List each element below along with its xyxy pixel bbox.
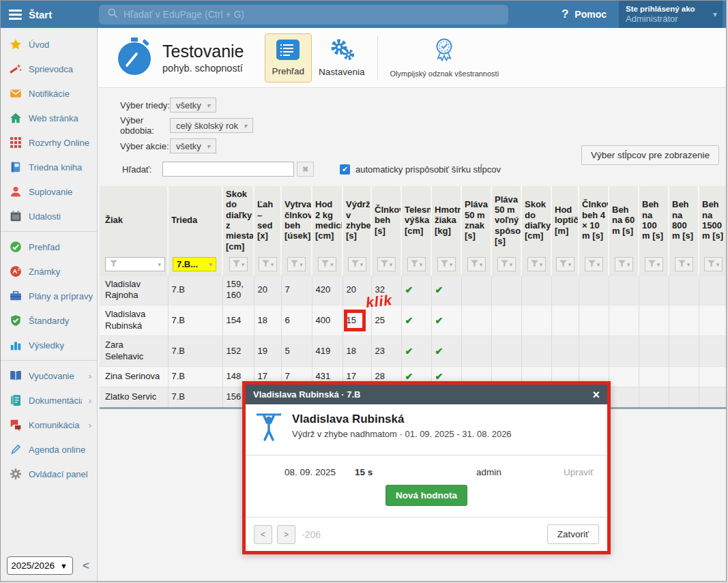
filter-select-0[interactable]: všetky▾ xyxy=(170,98,216,113)
value-cell[interactable] xyxy=(639,275,669,305)
school-year-select[interactable]: 2025/2026 ▼ xyxy=(7,556,73,575)
class-cell[interactable]: 7.B xyxy=(168,336,222,367)
column-filter-button[interactable]: ▾ xyxy=(377,257,396,271)
help-button[interactable]: ? Pomoc xyxy=(562,8,607,21)
sidebar-item-standardy[interactable]: Štandardy xyxy=(1,308,97,333)
value-cell[interactable]: 18 xyxy=(343,336,371,367)
edit-link[interactable]: Upraviť xyxy=(564,467,594,477)
sidebar-item-znamky[interactable]: A2Známky xyxy=(1,259,97,284)
column-filter-button[interactable]: ▾ xyxy=(287,257,306,271)
value-cell[interactable] xyxy=(551,275,579,305)
value-cell[interactable]: ✔ xyxy=(401,275,431,305)
value-cell[interactable] xyxy=(699,366,727,387)
value-cell[interactable]: 152 xyxy=(222,336,254,367)
student-name-cell[interactable]: Vladislava Rubinská xyxy=(100,305,168,336)
sidebar-item-ovladaci-panel[interactable]: Ovládací panel xyxy=(1,462,97,486)
sidebar-item-agenda-online[interactable]: Agenda online xyxy=(1,437,97,462)
sidebar-item-suplovanie[interactable]: Suplovanie xyxy=(1,179,97,204)
column-filter-button[interactable]: ▾ xyxy=(229,257,248,271)
column-filter-button[interactable]: ▾ xyxy=(645,257,663,271)
value-cell[interactable]: 159, 160 xyxy=(222,275,254,305)
sidebar-item-dokumentacia[interactable]: Dokumentácia› xyxy=(1,388,97,413)
value-cell[interactable] xyxy=(699,336,727,367)
value-cell[interactable]: 154 xyxy=(222,305,254,336)
column-filter-button[interactable]: ▾ xyxy=(318,257,336,271)
sidebar-item-rozvrhy-online[interactable]: Rozvrhy Online xyxy=(1,130,97,155)
value-cell[interactable] xyxy=(669,387,699,408)
value-cell[interactable] xyxy=(579,275,609,305)
checkbox-checked-icon[interactable]: ✔ xyxy=(340,164,350,175)
class-cell[interactable]: 7.B xyxy=(168,387,222,408)
value-cell[interactable] xyxy=(669,336,699,367)
value-cell[interactable] xyxy=(699,275,727,305)
class-cell[interactable]: 7.B xyxy=(168,305,222,336)
value-cell[interactable] xyxy=(609,305,639,336)
close-modal-button[interactable]: Zatvoriť xyxy=(547,524,599,544)
value-cell[interactable] xyxy=(521,305,551,336)
column-filter-button[interactable]: ▾ xyxy=(348,257,366,271)
value-cell[interactable]: 420 xyxy=(312,275,343,305)
column-filter-button[interactable]: ▾ xyxy=(615,257,633,271)
sidebar-collapse-button[interactable]: < xyxy=(83,559,89,573)
column-filter-button[interactable]: ▾ xyxy=(704,257,723,271)
value-cell[interactable] xyxy=(639,387,669,408)
column-filter-button[interactable]: ▾ xyxy=(407,257,426,271)
value-cell[interactable]: ✔ xyxy=(431,275,461,305)
column-filter-button[interactable]: ▾ xyxy=(437,257,456,271)
value-cell[interactable] xyxy=(551,305,579,336)
value-cell[interactable] xyxy=(461,275,491,305)
value-cell[interactable] xyxy=(579,336,609,367)
student-name-cell[interactable]: Zina Serinova xyxy=(100,366,168,387)
global-search-input[interactable]: Hľadať v EduPage (Ctrl + G) xyxy=(99,5,508,25)
value-cell[interactable] xyxy=(669,275,699,305)
value-cell[interactable]: 15klik xyxy=(343,305,371,336)
sidebar-item-udalosti[interactable]: Udalosti xyxy=(1,204,97,228)
value-cell[interactable]: 18 xyxy=(254,305,281,336)
column-filter-button[interactable]: ▾ xyxy=(585,257,603,271)
sidebar-item-sprievodca[interactable]: Sprievodca xyxy=(1,57,97,81)
value-cell[interactable]: 23 xyxy=(371,336,401,367)
value-cell[interactable] xyxy=(491,336,521,367)
value-cell[interactable] xyxy=(669,305,699,336)
column-picker-button[interactable]: Výber stĺpcov pre zobrazenie xyxy=(581,145,719,165)
sidebar-item-web-stranka[interactable]: Web stránka xyxy=(1,106,97,130)
value-cell[interactable] xyxy=(521,275,551,305)
value-cell[interactable]: 5 xyxy=(281,336,312,367)
column-filter-button[interactable]: ▾ xyxy=(259,257,277,271)
value-cell[interactable] xyxy=(639,366,669,387)
value-cell[interactable]: 6 xyxy=(281,305,312,336)
value-cell[interactable] xyxy=(491,305,521,336)
value-cell[interactable] xyxy=(639,336,669,367)
student-name-cell[interactable]: Zara Selehavic xyxy=(100,336,168,367)
class-cell[interactable]: 7.B xyxy=(168,275,222,305)
value-cell[interactable]: 419 xyxy=(312,336,343,367)
hamburger-icon[interactable] xyxy=(9,10,22,20)
sidebar-item-vyucovanie[interactable]: Vyučovanie› xyxy=(1,363,97,388)
value-cell[interactable] xyxy=(491,275,521,305)
value-cell[interactable] xyxy=(551,336,579,367)
next-button[interactable]: > xyxy=(277,525,295,544)
sidebar-item-uvod[interactable]: Úvod xyxy=(1,32,97,57)
sidebar-item-plany-a-pripravy[interactable]: Plány a prípravy xyxy=(1,284,97,308)
column-filter-button[interactable]: ▾ xyxy=(467,257,486,271)
tab-prehlad[interactable]: Prehľad xyxy=(265,33,312,83)
value-cell[interactable]: 20 xyxy=(254,275,281,305)
autofit-checkbox[interactable]: ✔ automaticky prispôsobiť šírku stĺpcov xyxy=(340,164,501,175)
filter-select-1[interactable]: celý školský rok▾ xyxy=(170,118,253,133)
filter-select-2[interactable]: všetky▾ xyxy=(170,138,216,153)
tab-olympijsky-odznak[interactable]: Olympijský odznak všestrannosti xyxy=(383,33,506,83)
table-search-input[interactable] xyxy=(162,162,294,177)
value-cell[interactable] xyxy=(609,366,639,387)
value-cell[interactable]: 19 xyxy=(254,336,281,367)
value-cell[interactable]: ✔ xyxy=(401,305,431,336)
value-cell[interactable] xyxy=(639,305,669,336)
new-value-button[interactable]: Nová hodnota xyxy=(385,485,467,506)
sidebar-item-prehlad[interactable]: Prehľad xyxy=(1,235,97,259)
clear-search-icon[interactable]: ✖ xyxy=(297,162,314,177)
sidebar-item-komunikacia[interactable]: Komunikácia› xyxy=(1,413,97,437)
value-cell[interactable] xyxy=(609,387,639,408)
column-filter-button[interactable]: ▾ xyxy=(675,257,693,271)
close-icon[interactable]: × xyxy=(592,389,600,401)
value-cell[interactable] xyxy=(521,336,551,367)
column-filter-button[interactable]: ▾ xyxy=(556,257,574,271)
